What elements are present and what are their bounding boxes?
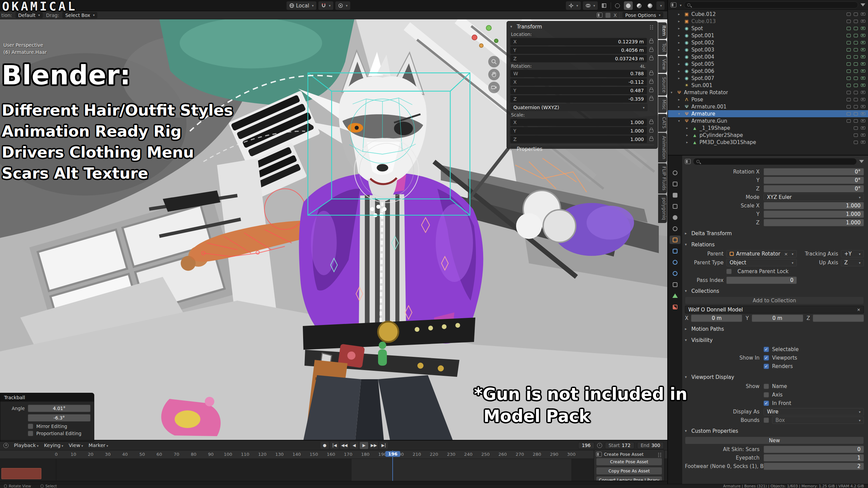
- location-number-field[interactable]: Z 0.037243 m: [510, 55, 647, 62]
- expand-arrow-icon[interactable]: [678, 26, 683, 30]
- scale-number-field[interactable]: 1.000: [764, 202, 864, 209]
- location-number-field[interactable]: Y 0.4056 m: [510, 46, 647, 54]
- shading-rendered-button[interactable]: [646, 1, 654, 10]
- collapse-arrow-icon[interactable]: [510, 24, 514, 29]
- jump-to-start-button[interactable]: |◀: [330, 442, 339, 449]
- collapse-arrow-icon[interactable]: [510, 147, 514, 151]
- selectable-toggle-icon[interactable]: [847, 105, 851, 108]
- viewport-hide-toggle-icon[interactable]: [854, 55, 858, 59]
- render-toggle-icon[interactable]: [861, 20, 865, 23]
- viewport-hide-toggle-icon[interactable]: [854, 119, 858, 123]
- pose-asset-header[interactable]: Create Pose Asset: [596, 451, 662, 458]
- play-reverse-button[interactable]: ◀: [350, 442, 358, 449]
- parent-type-dropdown[interactable]: Object: [726, 259, 797, 266]
- visibility-toggles[interactable]: [847, 91, 865, 94]
- scale-number-field[interactable]: 1.000: [764, 219, 864, 226]
- show-name-checkbox[interactable]: [764, 384, 769, 389]
- outliner-row[interactable]: Pose: [668, 96, 868, 103]
- tab-object-data[interactable]: [670, 291, 680, 300]
- mirror-x-checkbox[interactable]: [605, 13, 611, 18]
- visibility-toggles[interactable]: [854, 126, 865, 130]
- outliner-row[interactable]: Spot.005: [668, 60, 868, 67]
- lock-icon[interactable]: [649, 138, 653, 141]
- sidebar-tab[interactable]: Item: [658, 22, 667, 39]
- next-keyframe-button[interactable]: ▶▶: [370, 442, 378, 449]
- visibility-toggles[interactable]: [847, 77, 865, 80]
- offset-number-field[interactable]: 0 m: [752, 314, 803, 322]
- properties-editor-icon[interactable]: [685, 159, 691, 164]
- axis-z-dot[interactable]: [494, 39, 498, 43]
- filter-icon[interactable]: [861, 3, 865, 6]
- render-toggle-icon[interactable]: [861, 48, 865, 51]
- outliner-row[interactable]: Sun.001: [668, 82, 868, 89]
- visibility-toggles[interactable]: [847, 105, 865, 108]
- outliner-row[interactable]: Cube.012: [668, 11, 868, 18]
- outliner-row[interactable]: Spot.003: [668, 46, 868, 53]
- snapping-dropdown[interactable]: [318, 1, 333, 10]
- selectable-toggle-icon[interactable]: [847, 69, 851, 73]
- rotation-number-field[interactable]: 0°: [764, 177, 864, 184]
- scale-number-field[interactable]: Z 1.000: [510, 136, 647, 143]
- show-axis-checkbox[interactable]: [764, 392, 769, 398]
- scale-number-field[interactable]: Y 1.000: [510, 127, 647, 135]
- pose-options-dropdown[interactable]: Pose Options: [623, 12, 663, 18]
- section-collections[interactable]: Collections: [685, 287, 864, 295]
- viewport-hide-toggle-icon[interactable]: [854, 13, 858, 16]
- up-axis-dropdown[interactable]: Z: [841, 259, 864, 266]
- auto-keying-button[interactable]: ●: [320, 442, 329, 449]
- move-view-button[interactable]: [488, 69, 500, 80]
- visibility-toggles[interactable]: [847, 98, 865, 101]
- render-toggle-icon[interactable]: [861, 141, 865, 144]
- viewport-hide-toggle-icon[interactable]: [854, 105, 858, 108]
- selectable-toggle-icon[interactable]: [847, 84, 851, 87]
- render-toggle-icon[interactable]: [861, 98, 865, 101]
- panel-grip-icon[interactable]: [657, 452, 662, 456]
- expand-arrow-icon[interactable]: [678, 62, 683, 66]
- tab-texture[interactable]: [670, 303, 680, 311]
- selectable-toggle-icon[interactable]: [847, 98, 851, 101]
- viewport-hide-toggle-icon[interactable]: [854, 141, 858, 144]
- lock-icon[interactable]: [649, 57, 653, 60]
- pose-asset-button[interactable]: Convert Legacy Pose Library: [596, 476, 662, 481]
- expand-arrow-icon[interactable]: [686, 140, 691, 144]
- expand-arrow-icon[interactable]: [678, 98, 683, 101]
- visibility-toggles[interactable]: [847, 34, 865, 37]
- frame-end-field[interactable]: End300: [637, 442, 664, 449]
- visibility-toggles[interactable]: [847, 41, 865, 44]
- outliner-search-input[interactable]: [684, 1, 858, 8]
- sidebar-tab[interactable]: Tool: [658, 40, 667, 55]
- selectable-toggle-icon[interactable]: [847, 20, 851, 23]
- timeline-tracks[interactable]: [0, 459, 667, 481]
- rotation-number-field[interactable]: X -0.112: [510, 78, 647, 86]
- visibility-toggles[interactable]: [854, 134, 865, 137]
- expand-arrow-icon[interactable]: [671, 90, 676, 94]
- rotation-number-field[interactable]: 0°: [764, 168, 864, 176]
- render-toggle-icon[interactable]: [861, 69, 865, 73]
- expand-arrow-icon[interactable]: [678, 41, 683, 44]
- axis-negative-dot[interactable]: [479, 43, 484, 48]
- axis-x-dot[interactable]: [472, 35, 477, 40]
- render-toggle-icon[interactable]: [861, 55, 865, 58]
- viewport-hide-toggle-icon[interactable]: [854, 98, 858, 101]
- sidebar-tab[interactable]: Source: [658, 74, 667, 96]
- outliner-editor-icon[interactable]: [671, 2, 676, 7]
- transform-panel-header[interactable]: Transform: [510, 22, 654, 31]
- shading-options-dropdown[interactable]: [656, 1, 665, 10]
- outliner-row[interactable]: Armature.001: [668, 103, 868, 110]
- new-property-button[interactable]: New: [685, 436, 864, 444]
- outliner-row[interactable]: pCylinder2Shape: [668, 131, 868, 139]
- parent-field[interactable]: Armature Rotator ×: [726, 250, 797, 258]
- rotation-mode-dropdown[interactable]: XYZ Euler: [764, 194, 864, 201]
- section-viewport-display[interactable]: Viewport Display: [685, 373, 864, 381]
- tab-physics[interactable]: [670, 269, 680, 278]
- pass-index-field[interactable]: 0: [726, 277, 797, 284]
- selectable-toggle-icon[interactable]: [847, 119, 851, 123]
- sidebar-tab[interactable]: Animation: [658, 133, 667, 162]
- render-toggle-icon[interactable]: [861, 134, 865, 137]
- expand-arrow-icon[interactable]: [678, 19, 683, 23]
- display-mode-dropdown[interactable]: [679, 2, 682, 8]
- section-delta-transform[interactable]: Delta Transform: [685, 229, 864, 238]
- custom-property-field[interactable]: 2: [764, 463, 864, 470]
- shading-wireframe-button[interactable]: [613, 1, 622, 10]
- tab-modifiers[interactable]: [670, 247, 680, 255]
